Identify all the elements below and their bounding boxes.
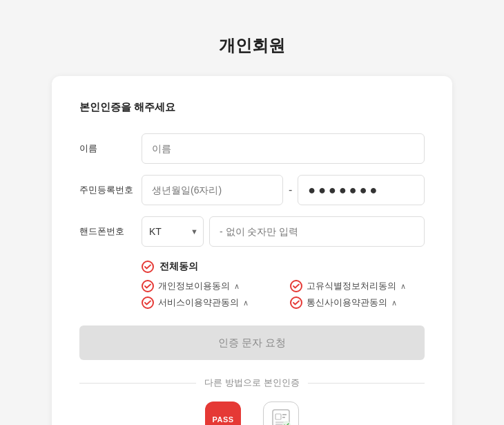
agree-arrow-0[interactable]: ∧ (234, 282, 240, 291)
pass-auth-method[interactable]: PASS PASS (205, 402, 241, 425)
auth-methods: PASS PASS 아이핀 (79, 402, 425, 425)
svg-rect-5 (282, 417, 285, 418)
name-row: 이름 (79, 133, 425, 164)
carrier-select[interactable]: KT SKT LGU+ (142, 216, 204, 247)
name-input[interactable] (142, 133, 425, 164)
agree-item-3[interactable]: 통신사이용약관동의 ∧ (290, 296, 425, 309)
agreements-section: 전체동의 개인정보이용동의 ∧ (142, 261, 425, 309)
ipin-auth-method[interactable]: 아이핀 (263, 402, 299, 425)
pass-icon: PASS (205, 402, 241, 425)
divider-text: 다른 방법으로 본인인증 (204, 377, 299, 389)
phone-row: 핸드폰번호 KT SKT LGU+ ▼ (79, 216, 425, 247)
phone-number-input[interactable] (209, 216, 425, 247)
agree-grid: 개인정보이용동의 ∧ 고유식별정보처리동의 ∧ (142, 280, 425, 309)
agree-item-0[interactable]: 개인정보이용동의 ∧ (142, 280, 276, 292)
id-label: 주민등록번호 (79, 184, 142, 196)
agree-label-3: 통신사이용약관동의 (307, 296, 387, 309)
divider-line-right (308, 383, 425, 384)
id-front-input[interactable] (142, 175, 283, 205)
phone-label: 핸드폰번호 (79, 225, 142, 238)
agree-item-2[interactable]: 서비스이용약관동의 ∧ (142, 296, 276, 309)
main-card: 본인인증을 해주세요 이름 주민등록번호 - ●●●●●●● 핸드폰번호 (52, 76, 452, 425)
divider-row: 다른 방법으로 본인인증 (79, 377, 425, 389)
agree-item-1[interactable]: 고유식별정보처리동의 ∧ (290, 280, 425, 292)
page-container: 개인회원 본인인증을 해주세요 이름 주민등록번호 - ●●●●●●● 핸드폰번… (14, 14, 490, 425)
agree-check-icon-1 (290, 280, 302, 292)
name-label: 이름 (79, 142, 142, 155)
svg-rect-4 (282, 414, 287, 415)
agree-arrow-2[interactable]: ∧ (243, 299, 249, 308)
agree-label-0: 개인정보이용동의 (158, 280, 230, 292)
card-subtitle: 본인인증을 해주세요 (79, 101, 425, 114)
page-title: 개인회원 (219, 35, 285, 57)
request-button[interactable]: 인증 문자 요청 (79, 325, 425, 360)
ipin-icon (263, 402, 299, 425)
carrier-select-wrapper: KT SKT LGU+ ▼ (142, 216, 204, 247)
agree-check-icon-2 (142, 296, 154, 309)
agree-label-1: 고유식별정보처리동의 (307, 280, 396, 292)
agree-check-icon-3 (290, 296, 302, 309)
phone-fields: KT SKT LGU+ ▼ (142, 216, 425, 247)
agree-all-label: 전체동의 (159, 261, 198, 273)
id-fields: - ●●●●●●● (142, 175, 425, 205)
agree-check-icon-0 (142, 280, 154, 292)
agree-arrow-3[interactable]: ∧ (391, 299, 397, 308)
agree-all-row[interactable]: 전체동의 (142, 261, 425, 273)
divider-line-left (79, 383, 196, 384)
id-back-display: ●●●●●●● (298, 175, 425, 205)
id-dash: - (289, 184, 292, 196)
id-row: 주민등록번호 - ●●●●●●● (79, 175, 425, 205)
agree-arrow-1[interactable]: ∧ (400, 282, 406, 291)
agree-all-check-icon[interactable] (142, 261, 154, 273)
agree-label-2: 서비스이용약관동의 (158, 296, 239, 309)
